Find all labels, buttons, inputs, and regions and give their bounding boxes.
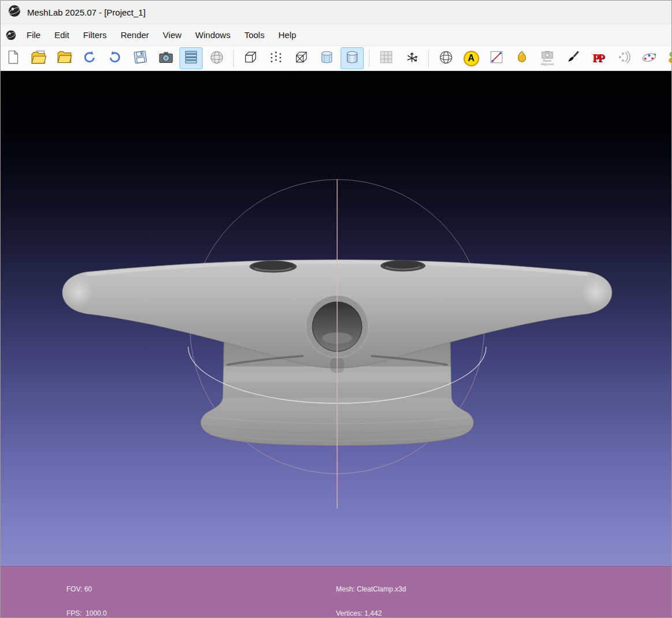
annotation-button[interactable]: A xyxy=(460,47,483,69)
points-icon xyxy=(268,50,283,67)
paint-brush-button[interactable] xyxy=(561,47,584,69)
new-document-button[interactable] xyxy=(2,47,25,69)
wire-sphere-button[interactable] xyxy=(434,47,457,69)
3d-viewport[interactable] xyxy=(1,71,671,566)
point-set-alignment-button[interactable] xyxy=(637,47,660,69)
reload-all-button[interactable] xyxy=(103,47,126,69)
render-wireframe-button[interactable] xyxy=(290,47,313,69)
save-mesh-button[interactable] xyxy=(129,47,152,69)
menu-render[interactable]: Render xyxy=(114,26,155,44)
pp-icon: PP xyxy=(592,52,603,65)
mesh-info-block: Mesh: CleatClamp.x3d Vertices: 1,442 Fac… xyxy=(336,569,406,618)
z-painting-button[interactable] xyxy=(510,47,533,69)
paint-brush-icon xyxy=(565,50,580,67)
render-points-button[interactable] xyxy=(264,47,288,69)
z-painting-icon xyxy=(514,50,529,67)
point-picking-button[interactable] xyxy=(612,47,635,69)
window-title: MeshLab 2025.07 - [Project_1] xyxy=(27,8,145,17)
layers-icon xyxy=(184,50,199,67)
open-project-button[interactable] xyxy=(27,47,50,69)
pp-tool-button[interactable]: PP xyxy=(587,47,610,69)
menu-file[interactable]: File xyxy=(20,26,47,44)
meshlab-logo-small-icon xyxy=(5,29,17,41)
menu-view[interactable]: View xyxy=(156,26,188,44)
flat-cylinder-icon xyxy=(319,50,334,67)
smooth-cylinder-icon xyxy=(345,50,360,67)
texture-toggle-button[interactable] xyxy=(375,47,398,69)
toolbar-separator xyxy=(233,50,234,67)
axes-icon xyxy=(404,50,420,68)
show-layer-dialog-button[interactable] xyxy=(180,47,203,69)
camera-icon xyxy=(158,50,174,68)
color-cluster-icon xyxy=(667,50,672,68)
meshlab-logo-icon xyxy=(8,4,21,20)
snapshot-button[interactable] xyxy=(154,47,177,69)
annotation-a-icon: A xyxy=(464,51,479,66)
texture-grid-icon xyxy=(379,50,394,67)
point-picking-icon xyxy=(616,50,631,67)
reload-mesh-button[interactable] xyxy=(78,47,101,69)
menu-bar: File Edit Filters Render View Windows To… xyxy=(1,24,671,46)
render-info-block: FOV: 60 FPS: 1000.0 BO_RENDERING Clippin… xyxy=(66,569,129,618)
point-set-icon xyxy=(641,50,657,68)
vertices-readout: Vertices: 1,442 xyxy=(336,609,406,617)
menu-help[interactable]: Help xyxy=(272,26,303,44)
main-toolbar: A Raster Alignment xyxy=(1,46,671,71)
reload-all-icon xyxy=(107,50,122,67)
measuring-tool-button[interactable] xyxy=(485,47,508,69)
raster-alignment-button[interactable]: Raster Alignment xyxy=(536,47,559,69)
render-bbox-button[interactable] xyxy=(239,47,262,69)
toolbar-separator xyxy=(369,50,369,67)
meshlab-window: MeshLab 2025.07 - [Project_1] File Edit … xyxy=(0,0,672,618)
render-flat-button[interactable] xyxy=(315,47,338,69)
status-hud: FOV: 60 FPS: 1000.0 BO_RENDERING Clippin… xyxy=(1,566,671,617)
render-smooth-button[interactable] xyxy=(341,47,364,69)
scene-svg xyxy=(1,71,671,566)
fps-readout: FPS: 1000.0 xyxy=(66,609,129,617)
wire-sphere-icon xyxy=(438,50,454,68)
show-axis-button[interactable] xyxy=(400,47,423,69)
wireframe-icon xyxy=(294,50,309,67)
bbox-cube-icon xyxy=(243,50,258,67)
show-trackball-button[interactable] xyxy=(205,47,228,69)
save-diskette-icon xyxy=(133,50,148,67)
new-document-icon xyxy=(6,50,21,67)
mesh-name-readout: Mesh: CleatClamp.x3d xyxy=(336,585,406,593)
color-cluster-button[interactable] xyxy=(663,47,671,69)
trackball-globe-icon xyxy=(209,50,225,68)
title-bar[interactable]: MeshLab 2025.07 - [Project_1] xyxy=(1,1,671,24)
import-mesh-icon xyxy=(57,50,72,68)
import-mesh-button[interactable] xyxy=(53,47,76,69)
menu-edit[interactable]: Edit xyxy=(48,26,76,44)
menu-tools[interactable]: Tools xyxy=(238,26,271,44)
reload-mesh-icon xyxy=(82,50,97,67)
raster-alignment-icon: Raster Alignment xyxy=(541,51,554,66)
menu-windows[interactable]: Windows xyxy=(189,26,237,44)
fov-readout: FOV: 60 xyxy=(66,585,129,593)
menu-filters[interactable]: Filters xyxy=(77,26,113,44)
measuring-tool-icon xyxy=(489,50,504,67)
open-project-icon xyxy=(31,50,47,68)
toolbar-separator xyxy=(428,50,429,67)
